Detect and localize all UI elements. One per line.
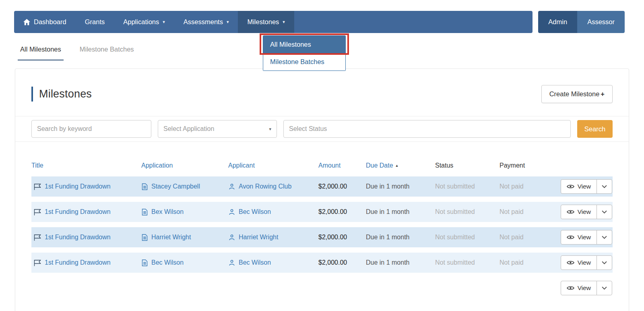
nav-item-label: Milestones bbox=[247, 18, 279, 26]
row-menu-button[interactable] bbox=[597, 255, 612, 270]
table-row: 1st Funding Drawdown Bex Wilson Bec Wils… bbox=[31, 202, 613, 222]
row-actions: View bbox=[557, 281, 613, 295]
view-button-label: View bbox=[578, 259, 591, 266]
milestone-title-cell: 1st Funding Drawdown bbox=[31, 183, 141, 190]
panel-header: Milestones Create Milestone+ bbox=[15, 69, 629, 116]
column-header-applicant[interactable]: Applicant bbox=[228, 162, 318, 169]
chevron-down-icon bbox=[602, 185, 607, 188]
nav-item-applications[interactable]: Applications ▾ bbox=[114, 11, 174, 33]
caret-down-icon: ▾ bbox=[269, 126, 271, 132]
view-button[interactable]: View bbox=[561, 255, 597, 270]
view-button[interactable]: View bbox=[561, 179, 597, 194]
row-actions: View bbox=[557, 255, 613, 270]
flag-icon bbox=[34, 183, 41, 190]
milestone-title-cell: 1st Funding Drawdown bbox=[31, 208, 141, 216]
milestone-title-link[interactable]: 1st Funding Drawdown bbox=[45, 208, 111, 216]
tab-all-milestones[interactable]: All Milestones bbox=[18, 46, 64, 60]
caret-down-icon: ▾ bbox=[163, 20, 165, 24]
row-actions: View bbox=[557, 205, 613, 219]
payment-value: Not paid bbox=[500, 208, 557, 216]
keyword-search-input[interactable] bbox=[31, 120, 151, 138]
status-select-input[interactable] bbox=[283, 120, 571, 138]
amount-value: $2,000.00 bbox=[318, 183, 366, 190]
row-menu-button[interactable] bbox=[597, 281, 612, 295]
milestone-title-link[interactable]: 1st Funding Drawdown bbox=[45, 259, 111, 266]
application-link[interactable]: Bex Wilson bbox=[151, 208, 184, 216]
document-icon bbox=[142, 183, 148, 190]
top-navigation: Dashboard Grants Applications ▾ Assessme… bbox=[14, 11, 625, 33]
eye-icon bbox=[567, 235, 574, 240]
eye-icon bbox=[567, 209, 574, 214]
payment-value: Not paid bbox=[500, 234, 557, 241]
person-icon bbox=[229, 183, 235, 190]
column-header-due-date[interactable]: Due Date▲ bbox=[366, 162, 435, 169]
due-date-value: Due in 1 month bbox=[366, 208, 435, 216]
role-admin-button[interactable]: Admin bbox=[538, 11, 577, 33]
person-icon bbox=[229, 259, 235, 266]
flag-icon bbox=[34, 234, 41, 241]
caret-down-icon: ▾ bbox=[227, 20, 229, 24]
nav-item-assessments[interactable]: Assessments ▾ bbox=[174, 11, 238, 33]
role-label: Assessor bbox=[587, 18, 615, 26]
amount-value: $2,000.00 bbox=[318, 259, 366, 266]
application-cell: Harriet Wright bbox=[141, 234, 228, 241]
column-header-application[interactable]: Application bbox=[141, 162, 228, 169]
application-link[interactable]: Bec Wilson bbox=[151, 259, 184, 266]
home-icon bbox=[23, 19, 30, 25]
milestone-title-link[interactable]: 1st Funding Drawdown bbox=[45, 234, 111, 241]
application-cell: Bex Wilson bbox=[141, 208, 228, 216]
applicant-link[interactable]: Bec Wilson bbox=[239, 208, 271, 216]
amount-value: $2,000.00 bbox=[318, 234, 366, 241]
applicant-link[interactable]: Harriet Wright bbox=[239, 234, 278, 241]
milestone-title-cell: 1st Funding Drawdown bbox=[31, 234, 141, 241]
milestone-title-cell: 1st Funding Drawdown bbox=[31, 259, 141, 266]
person-icon bbox=[229, 234, 235, 241]
nav-item-label: Applications bbox=[123, 18, 159, 26]
due-date-value: Due in 1 month bbox=[366, 183, 435, 190]
view-button-label: View bbox=[578, 234, 591, 241]
applicant-link[interactable]: Bec Wilson bbox=[239, 259, 271, 266]
table-row: 1st Funding Drawdown Harriet Wright Harr… bbox=[31, 227, 613, 247]
application-select[interactable]: Select Application ▾ bbox=[158, 120, 277, 138]
applicant-cell: Avon Rowing Club bbox=[228, 183, 318, 190]
nav-item-grants[interactable]: Grants bbox=[76, 11, 114, 33]
dropdown-item-milestone-batches[interactable]: Milestone Batches bbox=[263, 53, 345, 70]
column-header-payment: Payment bbox=[500, 162, 557, 169]
view-button[interactable]: View bbox=[561, 205, 597, 219]
view-button-label: View bbox=[578, 183, 591, 190]
view-button[interactable]: View bbox=[561, 230, 597, 245]
row-menu-button[interactable] bbox=[597, 179, 612, 194]
nav-item-milestones[interactable]: Milestones ▾ bbox=[238, 11, 294, 33]
chevron-down-icon bbox=[602, 236, 607, 239]
row-actions: View bbox=[557, 230, 613, 245]
search-button[interactable]: Search bbox=[577, 120, 613, 138]
role-switcher: Admin Assessor bbox=[538, 11, 625, 33]
role-assessor-button[interactable]: Assessor bbox=[577, 11, 625, 33]
table-row: 1st Funding Drawdown Stacey Campbell Avo… bbox=[31, 176, 613, 197]
create-milestone-button[interactable]: Create Milestone+ bbox=[541, 85, 613, 103]
row-menu-button[interactable] bbox=[597, 230, 612, 245]
payment-value: Not paid bbox=[500, 259, 557, 266]
milestone-title-link[interactable]: 1st Funding Drawdown bbox=[45, 183, 111, 190]
application-link[interactable]: Stacey Campbell bbox=[151, 183, 200, 190]
milestones-dropdown-menu: All Milestones Milestone Batches bbox=[263, 35, 346, 71]
applicant-cell: Bec Wilson bbox=[228, 208, 318, 216]
dropdown-item-all-milestones[interactable]: All Milestones bbox=[263, 36, 345, 53]
due-date-label: Due Date bbox=[366, 162, 393, 169]
application-link[interactable]: Harriet Wright bbox=[151, 234, 191, 241]
view-button[interactable]: View bbox=[561, 281, 597, 295]
nav-item-dashboard[interactable]: Dashboard bbox=[14, 11, 76, 33]
table-header-row: Title Application Applicant Amount Due D… bbox=[31, 162, 613, 176]
column-header-title[interactable]: Title bbox=[31, 162, 141, 169]
nav-item-label: Grants bbox=[85, 18, 105, 26]
person-icon bbox=[229, 209, 235, 215]
role-label: Admin bbox=[548, 18, 567, 26]
column-header-status: Status bbox=[435, 162, 500, 169]
create-milestone-label: Create Milestone bbox=[549, 90, 600, 97]
row-menu-button[interactable] bbox=[597, 205, 612, 219]
status-value: Not submitted bbox=[435, 259, 500, 266]
column-header-amount[interactable]: Amount bbox=[318, 162, 366, 169]
tab-milestone-batches[interactable]: Milestone Batches bbox=[77, 46, 136, 60]
row-actions: View bbox=[557, 179, 613, 194]
applicant-link[interactable]: Avon Rowing Club bbox=[239, 183, 291, 190]
